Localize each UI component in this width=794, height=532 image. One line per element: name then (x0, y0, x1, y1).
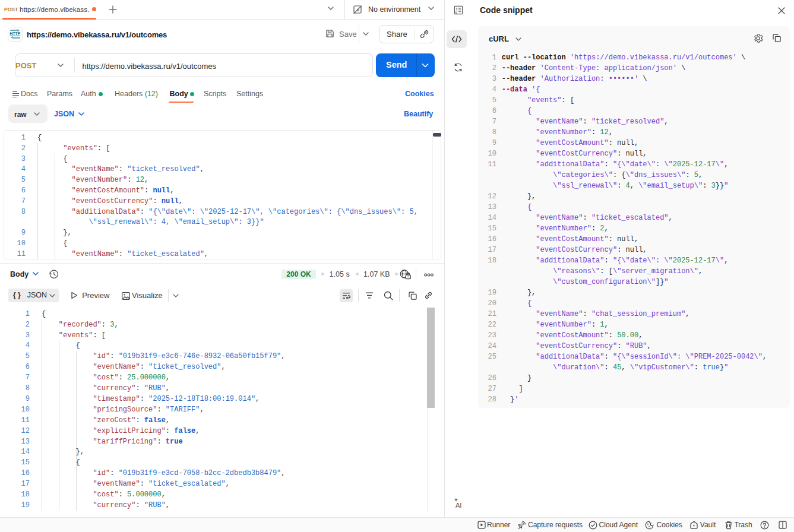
svg-text:AI: AI (455, 502, 461, 509)
svg-text:x: x (454, 10, 457, 15)
